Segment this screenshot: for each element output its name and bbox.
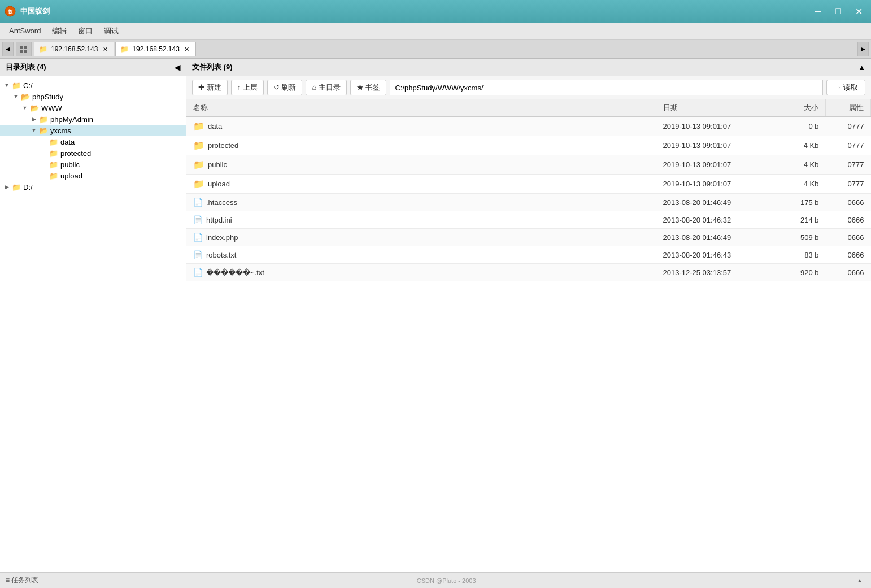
tab-close-1[interactable]: ✕ <box>101 45 109 53</box>
tab-folder-icon-1: 📁 <box>39 45 47 53</box>
tree-item-c[interactable]: ▼ 📁 C:/ <box>0 80 186 91</box>
tree-item-phpmyadmin[interactable]: ▶ 📁 phpMyAdmin <box>0 114 186 125</box>
tree-item-data[interactable]: 📁 data <box>0 136 186 147</box>
tree-item-yxcms[interactable]: ▼ 📂 yxcms <box>0 125 186 136</box>
menu-debug[interactable]: 调试 <box>98 24 124 38</box>
file-size-cell: 509 b <box>769 229 826 246</box>
col-header-perm: 属性 <box>826 99 871 117</box>
tree-label-data: data <box>60 138 75 146</box>
table-row[interactable]: 📁 protected 2019-10-13 09:01:07 4 Kb 077… <box>186 136 871 155</box>
tree-label-www: WWW <box>41 104 62 112</box>
tab-next-button[interactable]: ▶ <box>857 42 869 56</box>
menu-window[interactable]: 窗口 <box>72 24 98 38</box>
tab-close-2[interactable]: ✕ <box>183 45 191 53</box>
tree-label-phpmyadmin: phpMyAdmin <box>50 115 93 124</box>
tree-label-upload: upload <box>60 172 82 180</box>
tree-label-c: C:/ <box>23 81 33 90</box>
file-name-cell: 📄 httpd.ini <box>186 211 656 228</box>
file-table-container: 名称 日期 大小 属性 📁 data 2019-10-13 09:01:07 0… <box>186 99 871 572</box>
tree-container: ▼ 📁 C:/ ▼ 📂 phpStudy ▼ 📂 WWW ▶ <box>0 76 186 572</box>
table-row[interactable]: 📄 .htaccess 2013-08-20 01:46:49 175 b 06… <box>186 194 871 211</box>
menu-antsword[interactable]: AntSword <box>3 24 46 37</box>
main-container: 目录列表 (4) ◀ ▼ 📁 C:/ ▼ 📂 phpStudy ▼ � <box>0 59 871 572</box>
col-header-date: 日期 <box>656 99 769 117</box>
table-row[interactable]: 📄 index.php 2013-08-20 01:46:49 509 b 06… <box>186 229 871 246</box>
tree-item-d[interactable]: ▶ 📁 D:/ <box>0 181 186 193</box>
file-perm-cell: 0666 <box>826 211 871 229</box>
file-date-cell: 2013-08-20 01:46:49 <box>656 229 769 246</box>
tree-toggle-c: ▼ <box>2 81 11 90</box>
file-type-icon: 📁 <box>193 140 204 151</box>
up-button[interactable]: ↑ 上层 <box>231 80 264 95</box>
task-list-label[interactable]: ≡ 任务列表 <box>6 576 38 585</box>
menu-bar: AntSword 编辑 窗口 调试 <box>0 23 871 40</box>
tab-grid-button[interactable] <box>16 42 32 56</box>
file-name-cell: 📁 public <box>186 155 656 174</box>
maximize-button[interactable]: □ <box>830 3 846 19</box>
new-button[interactable]: ✚ 新建 <box>192 80 228 95</box>
folder-icon-public: 📁 <box>49 160 59 169</box>
file-type-icon: 📄 <box>193 198 203 207</box>
file-type-icon: 📄 <box>193 215 203 224</box>
folder-icon-phpmyadmin: 📁 <box>38 115 49 124</box>
file-date-cell: 2013-08-20 01:46:32 <box>656 211 769 229</box>
tree-item-upload[interactable]: 📁 upload <box>0 170 186 181</box>
collapse-right-icon[interactable]: ▲ <box>858 63 865 72</box>
file-type-icon: 📁 <box>193 121 204 132</box>
file-name-cell: 📄 index.php <box>186 229 656 246</box>
table-row[interactable]: 📄 httpd.ini 2013-08-20 01:46:32 214 b 06… <box>186 211 871 229</box>
svg-rect-4 <box>20 50 23 53</box>
folder-icon-data: 📁 <box>49 137 59 146</box>
file-name-text: index.php <box>206 233 238 242</box>
path-input[interactable] <box>390 80 823 95</box>
table-row[interactable]: 📁 public 2019-10-13 09:01:07 4 Kb 0777 <box>186 155 871 175</box>
bottom-bar: ≡ 任务列表 CSDN @Pluto - 2003 ▲ <box>0 572 871 588</box>
folder-icon-www: 📂 <box>29 103 40 112</box>
table-row[interactable]: 📁 data 2019-10-13 09:01:07 0 b 0777 <box>186 117 871 136</box>
minimize-button[interactable]: ─ <box>810 3 826 19</box>
tree-toggle-www: ▼ <box>20 103 29 112</box>
file-name-cell: 📁 upload <box>186 175 656 193</box>
file-type-icon: 📁 <box>193 159 204 170</box>
tree-item-www[interactable]: ▼ 📂 WWW <box>0 102 186 114</box>
tab-label-2: 192.168.52.143 <box>132 45 179 53</box>
file-date-cell: 2019-10-13 09:01:07 <box>656 175 769 194</box>
tab-prev-button[interactable]: ◀ <box>2 42 14 56</box>
file-perm-cell: 0666 <box>826 264 871 281</box>
file-name-cell: 📄 robots.txt <box>186 246 656 263</box>
bookmark-button[interactable]: ★ 书签 <box>350 80 387 95</box>
tab-2[interactable]: 📁 192.168.52.143 ✕ <box>115 42 195 56</box>
tab-label-1: 192.168.52.143 <box>51 45 98 53</box>
tree-label-phpstudy: phpStudy <box>32 93 63 101</box>
go-button[interactable]: → 读取 <box>826 80 865 95</box>
col-header-name: 名称 <box>186 99 656 117</box>
file-perm-cell: 0666 <box>826 194 871 211</box>
tree-item-protected[interactable]: 📁 protected <box>0 147 186 159</box>
file-name-text: public <box>208 160 227 169</box>
refresh-button[interactable]: ↺ 刷新 <box>267 80 303 95</box>
tab-1[interactable]: 📁 192.168.52.143 ✕ <box>34 42 114 56</box>
table-row[interactable]: 📄 robots.txt 2013-08-20 01:46:43 83 b 06… <box>186 246 871 264</box>
folder-icon-upload: 📁 <box>49 171 59 180</box>
close-button[interactable]: ✕ <box>851 3 866 19</box>
tree-label-protected: protected <box>60 149 91 158</box>
table-row[interactable]: 📄 ������~.txt 2013-12-25 03:13:57 920 b … <box>186 264 871 281</box>
bottom-collapse-icon[interactable]: ▲ <box>854 575 865 586</box>
tree-item-phpstudy[interactable]: ▼ 📂 phpStudy <box>0 91 186 102</box>
home-button[interactable]: ⌂ 主目录 <box>306 80 346 95</box>
col-header-size: 大小 <box>769 99 826 117</box>
table-header-row: 名称 日期 大小 属性 <box>186 99 871 117</box>
collapse-left-icon[interactable]: ◀ <box>175 63 180 72</box>
tree-item-public[interactable]: 📁 public <box>0 159 186 170</box>
directory-list-title: 目录列表 (4) <box>6 62 46 72</box>
table-row[interactable]: 📁 upload 2019-10-13 09:01:07 4 Kb 0777 <box>186 175 871 194</box>
menu-edit[interactable]: 编辑 <box>46 24 72 38</box>
file-date-cell: 2019-10-13 09:01:07 <box>656 136 769 155</box>
file-name-text: httpd.ini <box>206 216 232 224</box>
file-date-cell: 2013-08-20 01:46:49 <box>656 194 769 211</box>
file-type-icon: 📄 <box>193 250 203 259</box>
tree-label-public: public <box>60 160 80 169</box>
file-name-text: robots.txt <box>206 251 236 259</box>
file-size-cell: 175 b <box>769 194 826 211</box>
right-panel: 文件列表 (9) ▲ ✚ 新建 ↑ 上层 ↺ 刷新 ⌂ 主目录 ★ 书签 → 读… <box>186 59 871 572</box>
